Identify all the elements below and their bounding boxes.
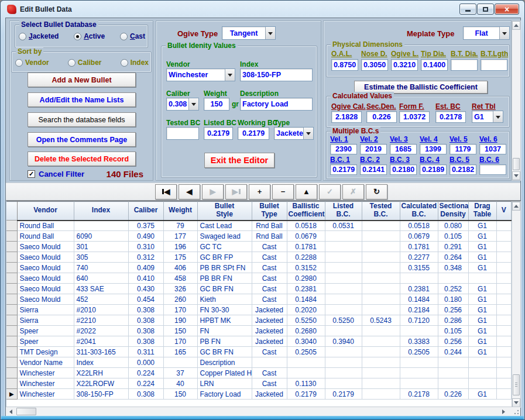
cell[interactable]: 0.2020 (287, 305, 325, 315)
cell[interactable]: 433 SAE (74, 284, 128, 294)
cell[interactable]: G1 (468, 336, 496, 347)
cell[interactable]: 0.105 (438, 326, 468, 336)
cell[interactable]: Factory Load (197, 389, 252, 400)
column-header-tested-b-c[interactable]: Tested B.C. (362, 202, 400, 221)
search-database-fields-button[interactable]: Search the database fields (28, 112, 136, 127)
cell[interactable]: 308-150-FP (74, 389, 128, 400)
cell[interactable] (362, 378, 400, 389)
cell[interactable]: 0.7120 (400, 315, 438, 326)
grid-scroll-thumb[interactable] (513, 374, 520, 395)
field-value[interactable] (479, 164, 506, 175)
cell[interactable] (400, 273, 438, 284)
cell[interactable]: Jacketed (252, 336, 287, 347)
cell[interactable]: PB BR SPt FN (197, 263, 252, 273)
table-row[interactable]: Saeco Mould433 SAE0.430326GC BR FNCast0.… (6, 284, 512, 294)
cell[interactable]: 326 (163, 284, 197, 294)
radio-active[interactable]: Active (74, 32, 105, 40)
cell[interactable] (362, 221, 400, 231)
cell[interactable] (325, 242, 362, 252)
cell[interactable]: Cast (252, 368, 287, 378)
cell[interactable]: 0.244 (438, 347, 468, 357)
field-value[interactable] (421, 59, 448, 71)
cell[interactable]: 0.2179 (325, 389, 362, 400)
cell[interactable]: 0.3383 (400, 336, 438, 347)
cell[interactable]: 260 (163, 294, 197, 305)
table-row[interactable]: Saeco Mould6400.410458PB BR FNCast0.2980 (6, 273, 512, 284)
cell[interactable]: 311-303-165 (74, 347, 128, 357)
meplate-type-select[interactable]: Flat (463, 26, 510, 40)
cell[interactable] (325, 326, 362, 336)
delete-selected-record-button[interactable]: Delete the Selected Record (28, 152, 136, 166)
cell[interactable]: GC BR FN (197, 347, 252, 357)
cell[interactable]: 0.2680 (287, 326, 325, 336)
cell[interactable]: FN 30-30 (197, 305, 252, 315)
cell[interactable]: 165 (163, 347, 197, 357)
cell[interactable]: 0.5243 (362, 315, 400, 326)
table-row[interactable]: Sierra#20100.308170FN 30-30Jacketed0.202… (6, 305, 512, 315)
add-edit-name-lists-button[interactable]: Add/Edit the Name Lists (28, 92, 136, 107)
cell[interactable] (325, 305, 362, 315)
cell[interactable]: 0.3040 (287, 336, 325, 347)
column-header-sectional-density[interactable]: Sectional Density (438, 202, 468, 221)
cell[interactable] (438, 357, 468, 368)
cell[interactable]: Saeco Mould (17, 242, 74, 252)
cell[interactable]: G1 (468, 315, 496, 326)
field-value[interactable] (420, 144, 447, 154)
table-row[interactable]: WinchesterX22LRH0.22437Copper Plated HPC… (6, 368, 512, 378)
nav-delete-button[interactable]: − (272, 184, 294, 199)
cell[interactable]: 0.0518 (287, 221, 325, 231)
nav-next-button[interactable]: ▶ (202, 184, 224, 199)
description-field[interactable] (240, 98, 313, 111)
index-field[interactable] (240, 68, 313, 81)
cell[interactable] (438, 378, 468, 389)
cell[interactable]: 0.0518 (400, 221, 438, 231)
cell[interactable] (362, 305, 400, 315)
cell[interactable] (325, 273, 362, 284)
table-row[interactable]: Saeco Mould7400.409406PB BR SPt FNCast0.… (6, 263, 512, 273)
cell[interactable]: GC BR FN (197, 284, 252, 294)
cell[interactable]: 0.226 (438, 389, 468, 400)
cell[interactable]: Swaged lead (197, 231, 252, 242)
cell[interactable] (362, 263, 400, 273)
caliber-select[interactable]: 0.308 (166, 98, 199, 111)
nav-post-button[interactable]: ✓ (319, 184, 341, 199)
cell[interactable]: 0.0531 (325, 221, 362, 231)
cell[interactable] (362, 284, 400, 294)
cell[interactable] (438, 368, 468, 378)
cell[interactable]: Sierra (17, 315, 74, 326)
cell[interactable]: 0.308 (128, 336, 163, 347)
radio-index[interactable]: Index (121, 58, 149, 67)
cell[interactable]: 0.224 (128, 368, 163, 378)
cell[interactable]: 452 (74, 294, 128, 305)
cell[interactable]: 0.224 (128, 378, 163, 389)
cell[interactable]: 0.252 (438, 284, 468, 294)
cell[interactable] (362, 326, 400, 336)
nav-refresh-button[interactable]: ↻ (366, 184, 387, 199)
cell[interactable]: 640 (74, 273, 128, 284)
cell[interactable]: Description (197, 357, 252, 368)
cell[interactable]: Cast (252, 284, 287, 294)
cell[interactable]: 0.000 (128, 357, 163, 368)
cell[interactable]: 0.308 (128, 389, 163, 400)
cell[interactable] (362, 389, 400, 400)
cell[interactable]: G1 (468, 294, 496, 305)
cell[interactable] (362, 252, 400, 263)
scroll-down-button[interactable] (512, 398, 520, 407)
cell[interactable] (287, 357, 325, 368)
cell[interactable] (362, 273, 400, 284)
table-row[interactable]: Vendor NameIndex0.000Description (6, 357, 512, 368)
nav-edit-button[interactable]: ▲ (296, 184, 317, 199)
cell[interactable] (496, 368, 512, 378)
maximize-button[interactable] (477, 4, 494, 15)
cell[interactable]: G1 (468, 389, 496, 400)
open-comments-page-button[interactable]: Open the Comments Page (28, 132, 136, 147)
titlebar[interactable]: Edit Bullet Data × (1, 1, 524, 18)
table-row[interactable]: Speer#20410.308170PB FNJacketed0.30400.3… (6, 336, 512, 347)
cell[interactable] (496, 378, 512, 389)
cell[interactable]: Cast Lead (197, 221, 252, 231)
cell[interactable] (496, 263, 512, 273)
cell[interactable]: 0.2381 (400, 284, 438, 294)
cell[interactable] (496, 252, 512, 263)
cell[interactable]: Cast (252, 252, 287, 263)
field-value[interactable] (366, 111, 397, 123)
